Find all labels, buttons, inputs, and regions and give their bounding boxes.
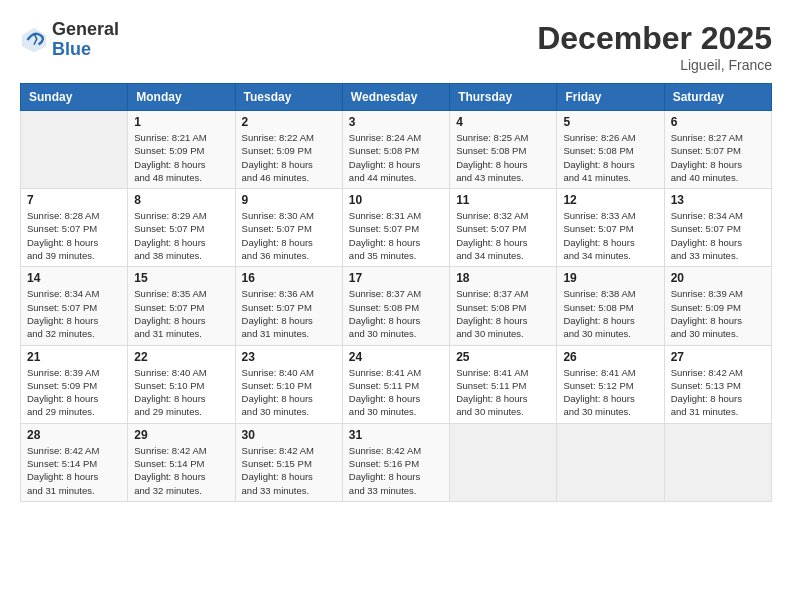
calendar-cell: 23Sunrise: 8:40 AM Sunset: 5:10 PM Dayli…	[235, 345, 342, 423]
day-number: 24	[349, 350, 443, 364]
calendar-cell: 21Sunrise: 8:39 AM Sunset: 5:09 PM Dayli…	[21, 345, 128, 423]
day-info: Sunrise: 8:28 AM Sunset: 5:07 PM Dayligh…	[27, 209, 121, 262]
weekday-header: Tuesday	[235, 84, 342, 111]
logo-general-text: General	[52, 19, 119, 39]
day-info: Sunrise: 8:39 AM Sunset: 5:09 PM Dayligh…	[27, 366, 121, 419]
calendar-cell: 28Sunrise: 8:42 AM Sunset: 5:14 PM Dayli…	[21, 423, 128, 501]
calendar-cell: 24Sunrise: 8:41 AM Sunset: 5:11 PM Dayli…	[342, 345, 449, 423]
calendar-cell: 12Sunrise: 8:33 AM Sunset: 5:07 PM Dayli…	[557, 189, 664, 267]
calendar-cell: 4Sunrise: 8:25 AM Sunset: 5:08 PM Daylig…	[450, 111, 557, 189]
day-number: 29	[134, 428, 228, 442]
day-info: Sunrise: 8:29 AM Sunset: 5:07 PM Dayligh…	[134, 209, 228, 262]
day-info: Sunrise: 8:34 AM Sunset: 5:07 PM Dayligh…	[671, 209, 765, 262]
day-number: 18	[456, 271, 550, 285]
day-number: 27	[671, 350, 765, 364]
day-info: Sunrise: 8:37 AM Sunset: 5:08 PM Dayligh…	[349, 287, 443, 340]
day-info: Sunrise: 8:37 AM Sunset: 5:08 PM Dayligh…	[456, 287, 550, 340]
day-number: 13	[671, 193, 765, 207]
day-number: 9	[242, 193, 336, 207]
day-info: Sunrise: 8:39 AM Sunset: 5:09 PM Dayligh…	[671, 287, 765, 340]
day-info: Sunrise: 8:33 AM Sunset: 5:07 PM Dayligh…	[563, 209, 657, 262]
day-info: Sunrise: 8:40 AM Sunset: 5:10 PM Dayligh…	[242, 366, 336, 419]
day-number: 20	[671, 271, 765, 285]
day-info: Sunrise: 8:35 AM Sunset: 5:07 PM Dayligh…	[134, 287, 228, 340]
weekday-header: Monday	[128, 84, 235, 111]
day-info: Sunrise: 8:38 AM Sunset: 5:08 PM Dayligh…	[563, 287, 657, 340]
weekday-header: Thursday	[450, 84, 557, 111]
weekday-header: Sunday	[21, 84, 128, 111]
calendar-cell: 2Sunrise: 8:22 AM Sunset: 5:09 PM Daylig…	[235, 111, 342, 189]
calendar-table: SundayMondayTuesdayWednesdayThursdayFrid…	[20, 83, 772, 502]
title-section: December 2025 Ligueil, France	[537, 20, 772, 73]
day-info: Sunrise: 8:41 AM Sunset: 5:11 PM Dayligh…	[456, 366, 550, 419]
calendar-cell: 1Sunrise: 8:21 AM Sunset: 5:09 PM Daylig…	[128, 111, 235, 189]
day-info: Sunrise: 8:42 AM Sunset: 5:13 PM Dayligh…	[671, 366, 765, 419]
day-number: 25	[456, 350, 550, 364]
calendar-cell: 8Sunrise: 8:29 AM Sunset: 5:07 PM Daylig…	[128, 189, 235, 267]
day-info: Sunrise: 8:42 AM Sunset: 5:16 PM Dayligh…	[349, 444, 443, 497]
day-info: Sunrise: 8:40 AM Sunset: 5:10 PM Dayligh…	[134, 366, 228, 419]
calendar-cell: 11Sunrise: 8:32 AM Sunset: 5:07 PM Dayli…	[450, 189, 557, 267]
day-number: 2	[242, 115, 336, 129]
calendar-cell	[664, 423, 771, 501]
day-number: 14	[27, 271, 121, 285]
calendar-week-row: 28Sunrise: 8:42 AM Sunset: 5:14 PM Dayli…	[21, 423, 772, 501]
day-info: Sunrise: 8:42 AM Sunset: 5:15 PM Dayligh…	[242, 444, 336, 497]
month-year-title: December 2025	[537, 20, 772, 57]
day-info: Sunrise: 8:24 AM Sunset: 5:08 PM Dayligh…	[349, 131, 443, 184]
day-info: Sunrise: 8:41 AM Sunset: 5:11 PM Dayligh…	[349, 366, 443, 419]
calendar-cell: 14Sunrise: 8:34 AM Sunset: 5:07 PM Dayli…	[21, 267, 128, 345]
day-number: 15	[134, 271, 228, 285]
calendar-week-row: 14Sunrise: 8:34 AM Sunset: 5:07 PM Dayli…	[21, 267, 772, 345]
calendar-cell: 26Sunrise: 8:41 AM Sunset: 5:12 PM Dayli…	[557, 345, 664, 423]
calendar-week-row: 21Sunrise: 8:39 AM Sunset: 5:09 PM Dayli…	[21, 345, 772, 423]
day-info: Sunrise: 8:32 AM Sunset: 5:07 PM Dayligh…	[456, 209, 550, 262]
logo-icon	[20, 26, 48, 54]
calendar-cell: 15Sunrise: 8:35 AM Sunset: 5:07 PM Dayli…	[128, 267, 235, 345]
calendar-cell: 20Sunrise: 8:39 AM Sunset: 5:09 PM Dayli…	[664, 267, 771, 345]
calendar-cell: 16Sunrise: 8:36 AM Sunset: 5:07 PM Dayli…	[235, 267, 342, 345]
day-number: 4	[456, 115, 550, 129]
calendar-cell: 13Sunrise: 8:34 AM Sunset: 5:07 PM Dayli…	[664, 189, 771, 267]
day-number: 30	[242, 428, 336, 442]
calendar-cell	[21, 111, 128, 189]
day-number: 11	[456, 193, 550, 207]
calendar-cell: 31Sunrise: 8:42 AM Sunset: 5:16 PM Dayli…	[342, 423, 449, 501]
calendar-cell: 5Sunrise: 8:26 AM Sunset: 5:08 PM Daylig…	[557, 111, 664, 189]
page-header: General Blue December 2025 Ligueil, Fran…	[20, 20, 772, 73]
day-info: Sunrise: 8:30 AM Sunset: 5:07 PM Dayligh…	[242, 209, 336, 262]
day-number: 7	[27, 193, 121, 207]
weekday-header: Saturday	[664, 84, 771, 111]
day-number: 8	[134, 193, 228, 207]
calendar-cell: 22Sunrise: 8:40 AM Sunset: 5:10 PM Dayli…	[128, 345, 235, 423]
calendar-cell: 3Sunrise: 8:24 AM Sunset: 5:08 PM Daylig…	[342, 111, 449, 189]
day-info: Sunrise: 8:25 AM Sunset: 5:08 PM Dayligh…	[456, 131, 550, 184]
day-info: Sunrise: 8:22 AM Sunset: 5:09 PM Dayligh…	[242, 131, 336, 184]
calendar-cell: 18Sunrise: 8:37 AM Sunset: 5:08 PM Dayli…	[450, 267, 557, 345]
calendar-cell: 27Sunrise: 8:42 AM Sunset: 5:13 PM Dayli…	[664, 345, 771, 423]
day-number: 28	[27, 428, 121, 442]
day-number: 16	[242, 271, 336, 285]
day-info: Sunrise: 8:42 AM Sunset: 5:14 PM Dayligh…	[134, 444, 228, 497]
day-number: 19	[563, 271, 657, 285]
calendar-cell: 10Sunrise: 8:31 AM Sunset: 5:07 PM Dayli…	[342, 189, 449, 267]
day-info: Sunrise: 8:42 AM Sunset: 5:14 PM Dayligh…	[27, 444, 121, 497]
logo-blue-text: Blue	[52, 39, 91, 59]
day-info: Sunrise: 8:31 AM Sunset: 5:07 PM Dayligh…	[349, 209, 443, 262]
day-info: Sunrise: 8:34 AM Sunset: 5:07 PM Dayligh…	[27, 287, 121, 340]
day-number: 21	[27, 350, 121, 364]
day-number: 5	[563, 115, 657, 129]
calendar-cell: 7Sunrise: 8:28 AM Sunset: 5:07 PM Daylig…	[21, 189, 128, 267]
day-info: Sunrise: 8:26 AM Sunset: 5:08 PM Dayligh…	[563, 131, 657, 184]
calendar-cell: 29Sunrise: 8:42 AM Sunset: 5:14 PM Dayli…	[128, 423, 235, 501]
day-number: 12	[563, 193, 657, 207]
day-number: 3	[349, 115, 443, 129]
day-number: 22	[134, 350, 228, 364]
day-number: 26	[563, 350, 657, 364]
day-number: 6	[671, 115, 765, 129]
day-info: Sunrise: 8:41 AM Sunset: 5:12 PM Dayligh…	[563, 366, 657, 419]
calendar-cell: 9Sunrise: 8:30 AM Sunset: 5:07 PM Daylig…	[235, 189, 342, 267]
day-number: 31	[349, 428, 443, 442]
calendar-header-row: SundayMondayTuesdayWednesdayThursdayFrid…	[21, 84, 772, 111]
calendar-week-row: 7Sunrise: 8:28 AM Sunset: 5:07 PM Daylig…	[21, 189, 772, 267]
